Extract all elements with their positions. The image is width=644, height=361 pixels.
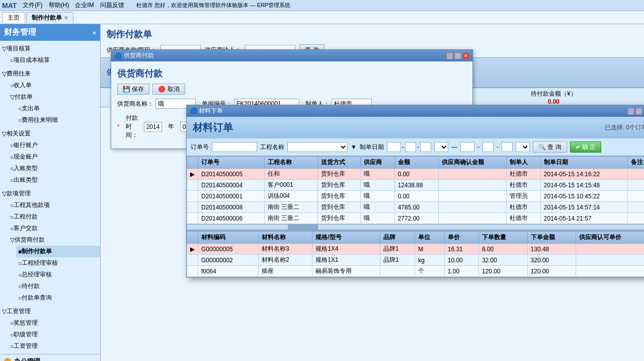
sidebar-item-outtype[interactable]: ○出账类型 [8,174,100,186]
vendor-modal-maximize[interactable]: □ [454,52,461,59]
sidebar-item-settings[interactable]: ▽ 相关设置 [0,128,100,139]
note-cell [627,191,644,202]
leaf-icon: ○ [18,117,22,124]
date-end-m[interactable] [482,142,494,152]
sidebar-collapse-btn[interactable]: « [93,29,96,36]
date-start-d[interactable] [420,142,431,152]
sidebar-item-vendor-payment[interactable]: ▽ 供货商付款 [8,234,100,246]
material-query-button[interactable]: 🔍 查 询 [533,141,567,153]
cancel-icon: 🔴 [158,86,166,93]
sidebar-item-bank[interactable]: ○银行账户 [8,139,100,151]
mat-row-indicator [187,255,198,266]
sidebar-item-label: 工程其他款项 [14,201,50,209]
mat-amount-cell: 320.00 [527,255,576,266]
leaf-icon: ○ [18,260,22,267]
confirmed-amount-cell [439,180,507,191]
sidebar-item-ranks[interactable]: ○职级管理 [8,329,100,340]
mat-supplier-price-cell [576,244,644,255]
material-table-row[interactable]: G00000002 材料名称2 规格1X1 品牌1 kg 10.00 32.00… [187,255,645,266]
date-cell: 2014-05-15 14:57:14 [540,202,627,213]
project-name-filter[interactable] [287,142,348,152]
sidebar-item-other-payments[interactable]: ○工程其他款项 [8,199,100,211]
sidebar-item-pm-review[interactable]: ○工程经理审核 [16,257,100,269]
sidebar-item-salary-mgmt[interactable]: ○工资管理 [8,340,100,352]
confirm-button[interactable]: ✔ 确 定 [570,141,602,153]
mat-qty-cell: 8.00 [478,244,527,255]
tab-home-label: 主页 [8,14,20,22]
note-cell [627,180,644,191]
sidebar-item-rewards[interactable]: ○奖惩管理 [8,317,100,329]
sidebar-item-label: 费用往来明细 [22,116,58,124]
sidebar-item-expenses[interactable]: ▽ 费用往来 [0,68,100,80]
project-name-filter-label: 工程名称 [260,143,284,152]
sidebar-item-payment-slip[interactable]: ▽ 付款单 [8,91,100,103]
col-note: 备注 [627,157,644,169]
project-cell: 任和 [264,169,317,180]
sidebar-item-expense-detail[interactable]: ○ 费用往来明细 [16,114,100,126]
sidebar-bottom-items: 办公管理 市场营销 设计预算 材料机械 工程管理 客户服务 [0,354,100,361]
note-cell [627,202,644,213]
sidebar-item-office[interactable]: 办公管理 [0,354,100,361]
cancel-button[interactable]: 🔴 取消 [152,84,185,95]
date-sep4: - [497,143,499,151]
project-cell: 南街 三垂二 [264,213,317,224]
menu-im[interactable]: 企业IM [75,1,94,10]
vendor-modal-controls: _ □ ✕ [446,52,469,59]
tab-home[interactable]: 主页 [2,12,25,23]
sidebar-item-make-payment[interactable]: ■制作付款单 [16,246,100,257]
sidebar-item-payments[interactable]: ▽ 款项管理 [0,188,100,199]
pay-year-field[interactable] [144,122,162,132]
vendor-panel-title: 供货商付款 [117,65,466,84]
date-start-y[interactable] [387,142,401,152]
date-end-y[interactable] [460,142,474,152]
order-table-row[interactable]: D20140500001 训练004 货到仓库 哦 0.00 管理员 2014-… [187,191,645,202]
row-indicator [187,213,198,224]
sidebar-item-cost-accounting[interactable]: ○ 项目成本核算 [8,54,100,66]
material-table-row[interactable]: f0064 插座 融易装饰专用 个 1.00 120.00 120.00 [187,266,645,277]
sidebar-item-label: 相关设置 [7,129,31,138]
mat-unit-cell: kg [415,255,445,266]
order-table-row[interactable]: D20140500004 客户0001 货到仓库 哦 12438.88 杜德市 … [187,180,645,191]
menu-help[interactable]: 帮助(H) [49,1,69,10]
sidebar-bottom-label: 办公管理 [14,357,40,361]
materials-table-section: 材料编码 材料名称 规格/型号 品牌 单位 单价 下单数量 下单金额 供应商认可… [187,230,644,277]
mat-unit-cell: 个 [415,266,445,277]
save-label: 保存 [132,86,144,93]
sidebar-item-project-accounting[interactable]: ▽ 项目核算 [0,43,100,54]
sidebar-item-income[interactable]: ○ 收入单 [8,80,100,91]
vendor-modal-close[interactable]: ✕ [462,52,469,59]
menu-file[interactable]: 文件(F) [23,1,42,10]
material-modal-minimize[interactable]: _ [627,108,634,115]
mat-col-spec: 规格/型号 [312,232,380,244]
sidebar-item-label: 收入单 [14,81,32,90]
h-scrollbar[interactable] [187,224,644,230]
sidebar-item-gm-review[interactable]: ○总经理审核 [16,269,100,280]
date-start-m[interactable] [405,142,416,152]
date-start-dropdown[interactable]: ▼ [434,142,448,152]
sidebar-item-salary[interactable]: ▽ 工资管理 [0,306,100,317]
tab-close-icon[interactable]: ✕ [64,15,68,21]
sidebar-item-payment-query[interactable]: ○付款单查询 [16,292,100,304]
material-table-row[interactable]: ▶ G00000005 材料名称3 规格1X4 品牌1 M 16.31 8.00… [187,244,645,255]
order-table-row[interactable]: D20140500008 南街 三垂二 货到仓库 哦 4785.00 杜德市 2… [187,202,645,213]
sidebar-item-intype[interactable]: ○入账类型 [8,163,100,174]
material-modal-title-left: 🔵 材料下单 [190,107,223,115]
logo-text: MAT [2,2,17,10]
sidebar-item-cash[interactable]: ○现金账户 [8,151,100,163]
save-button[interactable]: 💾 保存 [117,84,149,95]
vendor-modal-minimize[interactable]: _ [446,52,453,59]
tab-payment[interactable]: 制作付款单 ✕ [26,12,73,23]
order-table-row[interactable]: ▶ D20140500005 任和 货到仓库 哦 0.00 杜德市 2014-0… [187,169,645,180]
sidebar-item-pending[interactable]: ○待付款 [16,280,100,292]
sidebar-item-client-payment[interactable]: ○客户交款 [8,223,100,234]
folder-icon: ▽ [10,94,15,101]
sidebar-item-expense-slip[interactable]: ○ 支出单 [16,103,100,114]
menu-feedback[interactable]: 问题反馈 [100,1,124,10]
order-no-filter[interactable] [212,142,257,152]
date-end-dropdown[interactable]: ▼ [516,142,530,152]
col-creator: 制单人 [506,157,540,169]
sidebar-item-project-payment[interactable]: ○工程付款 [8,211,100,223]
material-modal-maximize[interactable]: □ [635,108,642,115]
date-end-d[interactable] [502,142,513,152]
order-table-row[interactable]: D20140500006 南街 三垂二 货到仓库 哦 2772.00 杜德市 2… [187,213,645,224]
